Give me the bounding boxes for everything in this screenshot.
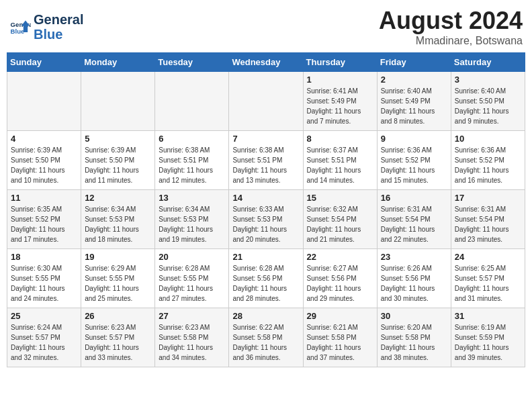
day-info: Sunrise: 6:25 AM Sunset: 5:57 PM Dayligh… xyxy=(455,263,521,304)
calendar-cell: 29Sunrise: 6:21 AM Sunset: 5:58 PM Dayli… xyxy=(303,308,377,367)
calendar-header-saturday: Saturday xyxy=(451,53,525,72)
title-block: August 2024 Mmadinare, Botswana xyxy=(379,7,523,47)
logo-icon: General Blue xyxy=(9,16,31,38)
day-info: Sunrise: 6:40 AM Sunset: 5:49 PM Dayligh… xyxy=(381,86,447,126)
calendar-cell: 25Sunrise: 6:24 AM Sunset: 5:57 PM Dayli… xyxy=(7,308,81,367)
day-number: 6 xyxy=(159,134,225,144)
day-info: Sunrise: 6:34 AM Sunset: 5:53 PM Dayligh… xyxy=(159,204,225,244)
day-number: 9 xyxy=(381,134,447,144)
calendar-cell: 15Sunrise: 6:32 AM Sunset: 5:54 PM Dayli… xyxy=(303,190,377,249)
day-info: Sunrise: 6:35 AM Sunset: 5:52 PM Dayligh… xyxy=(11,204,77,244)
day-number: 24 xyxy=(455,252,521,262)
day-info: Sunrise: 6:39 AM Sunset: 5:50 PM Dayligh… xyxy=(85,145,151,185)
day-number: 22 xyxy=(307,252,373,262)
day-number: 15 xyxy=(307,193,373,203)
calendar-cell: 21Sunrise: 6:28 AM Sunset: 5:56 PM Dayli… xyxy=(229,249,303,308)
calendar-cell: 5Sunrise: 6:39 AM Sunset: 5:50 PM Daylig… xyxy=(81,131,155,190)
day-info: Sunrise: 6:23 AM Sunset: 5:58 PM Dayligh… xyxy=(159,322,225,363)
calendar-header-wednesday: Wednesday xyxy=(229,53,303,72)
day-info: Sunrise: 6:28 AM Sunset: 5:55 PM Dayligh… xyxy=(159,263,225,304)
calendar-cell: 31Sunrise: 6:19 AM Sunset: 5:59 PM Dayli… xyxy=(451,308,525,367)
calendar-cell: 3Sunrise: 6:40 AM Sunset: 5:50 PM Daylig… xyxy=(451,72,525,131)
day-info: Sunrise: 6:20 AM Sunset: 5:58 PM Dayligh… xyxy=(381,322,447,363)
calendar-cell: 9Sunrise: 6:36 AM Sunset: 5:52 PM Daylig… xyxy=(377,131,451,190)
day-number: 7 xyxy=(232,134,299,144)
calendar-cell: 11Sunrise: 6:35 AM Sunset: 5:52 PM Dayli… xyxy=(7,190,81,249)
day-info: Sunrise: 6:41 AM Sunset: 5:49 PM Dayligh… xyxy=(307,86,373,126)
svg-text:Blue: Blue xyxy=(11,28,25,35)
calendar-header-sunday: Sunday xyxy=(7,53,81,72)
day-info: Sunrise: 6:32 AM Sunset: 5:54 PM Dayligh… xyxy=(307,204,373,244)
day-number: 8 xyxy=(307,134,373,144)
calendar-header-friday: Friday xyxy=(377,53,451,72)
calendar-cell: 23Sunrise: 6:26 AM Sunset: 5:56 PM Dayli… xyxy=(377,249,451,308)
day-info: Sunrise: 6:37 AM Sunset: 5:51 PM Dayligh… xyxy=(307,145,373,185)
day-number: 17 xyxy=(455,193,521,203)
day-info: Sunrise: 6:22 AM Sunset: 5:58 PM Dayligh… xyxy=(232,322,299,363)
day-info: Sunrise: 6:28 AM Sunset: 5:56 PM Dayligh… xyxy=(232,263,299,304)
day-info: Sunrise: 6:31 AM Sunset: 5:54 PM Dayligh… xyxy=(381,204,447,244)
day-number: 1 xyxy=(307,75,373,85)
day-number: 3 xyxy=(455,75,521,85)
day-info: Sunrise: 6:24 AM Sunset: 5:57 PM Dayligh… xyxy=(11,322,77,363)
day-info: Sunrise: 6:33 AM Sunset: 5:53 PM Dayligh… xyxy=(232,204,299,244)
calendar-cell: 28Sunrise: 6:22 AM Sunset: 5:58 PM Dayli… xyxy=(229,308,303,367)
calendar-table: SundayMondayTuesdayWednesdayThursdayFrid… xyxy=(7,52,525,367)
month-year-title: August 2024 xyxy=(379,7,523,35)
day-info: Sunrise: 6:31 AM Sunset: 5:54 PM Dayligh… xyxy=(455,204,521,244)
calendar-cell: 14Sunrise: 6:33 AM Sunset: 5:53 PM Dayli… xyxy=(229,190,303,249)
day-number: 5 xyxy=(85,134,151,144)
calendar-cell: 12Sunrise: 6:34 AM Sunset: 5:53 PM Dayli… xyxy=(81,190,155,249)
day-number: 19 xyxy=(85,252,151,262)
day-number: 12 xyxy=(85,193,151,203)
day-info: Sunrise: 6:27 AM Sunset: 5:56 PM Dayligh… xyxy=(307,263,373,304)
calendar-cell: 8Sunrise: 6:37 AM Sunset: 5:51 PM Daylig… xyxy=(303,131,377,190)
calendar-cell xyxy=(81,72,155,131)
day-number: 28 xyxy=(232,311,299,321)
day-number: 11 xyxy=(11,193,77,203)
calendar-cell: 24Sunrise: 6:25 AM Sunset: 5:57 PM Dayli… xyxy=(451,249,525,308)
day-number: 16 xyxy=(381,193,447,203)
day-info: Sunrise: 6:26 AM Sunset: 5:56 PM Dayligh… xyxy=(381,263,447,304)
day-info: Sunrise: 6:34 AM Sunset: 5:53 PM Dayligh… xyxy=(85,204,151,244)
calendar-cell: 17Sunrise: 6:31 AM Sunset: 5:54 PM Dayli… xyxy=(451,190,525,249)
calendar-cell: 19Sunrise: 6:29 AM Sunset: 5:55 PM Dayli… xyxy=(81,249,155,308)
day-number: 23 xyxy=(381,252,447,262)
page-header: General Blue General Blue August 2024 Mm… xyxy=(7,7,525,47)
calendar-cell: 20Sunrise: 6:28 AM Sunset: 5:55 PM Dayli… xyxy=(155,249,229,308)
day-number: 14 xyxy=(232,193,299,203)
calendar-cell: 18Sunrise: 6:30 AM Sunset: 5:55 PM Dayli… xyxy=(7,249,81,308)
day-info: Sunrise: 6:36 AM Sunset: 5:52 PM Dayligh… xyxy=(381,145,447,185)
day-number: 10 xyxy=(455,134,521,144)
day-info: Sunrise: 6:36 AM Sunset: 5:52 PM Dayligh… xyxy=(455,145,521,185)
day-info: Sunrise: 6:21 AM Sunset: 5:58 PM Dayligh… xyxy=(307,322,373,363)
calendar-header-thursday: Thursday xyxy=(303,53,377,72)
day-number: 13 xyxy=(159,193,225,203)
day-number: 18 xyxy=(11,252,77,262)
calendar-cell: 1Sunrise: 6:41 AM Sunset: 5:49 PM Daylig… xyxy=(303,72,377,131)
calendar-cell: 13Sunrise: 6:34 AM Sunset: 5:53 PM Dayli… xyxy=(155,190,229,249)
day-info: Sunrise: 6:38 AM Sunset: 5:51 PM Dayligh… xyxy=(159,145,225,185)
calendar-cell xyxy=(155,72,229,131)
day-number: 25 xyxy=(11,311,77,321)
location-subtitle: Mmadinare, Botswana xyxy=(379,35,523,47)
calendar-cell: 7Sunrise: 6:38 AM Sunset: 5:51 PM Daylig… xyxy=(229,131,303,190)
day-number: 20 xyxy=(159,252,225,262)
calendar-cell: 10Sunrise: 6:36 AM Sunset: 5:52 PM Dayli… xyxy=(451,131,525,190)
day-number: 31 xyxy=(455,311,521,321)
calendar-cell xyxy=(229,72,303,131)
calendar-cell: 27Sunrise: 6:23 AM Sunset: 5:58 PM Dayli… xyxy=(155,308,229,367)
logo-text: General Blue xyxy=(34,12,83,42)
calendar-cell: 6Sunrise: 6:38 AM Sunset: 5:51 PM Daylig… xyxy=(155,131,229,190)
day-info: Sunrise: 6:23 AM Sunset: 5:57 PM Dayligh… xyxy=(85,322,151,363)
day-number: 29 xyxy=(307,311,373,321)
calendar-cell: 2Sunrise: 6:40 AM Sunset: 5:49 PM Daylig… xyxy=(377,72,451,131)
day-number: 27 xyxy=(159,311,225,321)
day-number: 4 xyxy=(11,134,77,144)
day-info: Sunrise: 6:19 AM Sunset: 5:59 PM Dayligh… xyxy=(455,322,521,363)
day-number: 30 xyxy=(381,311,447,321)
calendar-header-tuesday: Tuesday xyxy=(155,53,229,72)
calendar-cell xyxy=(7,72,81,131)
calendar-header-monday: Monday xyxy=(81,53,155,72)
calendar-cell: 26Sunrise: 6:23 AM Sunset: 5:57 PM Dayli… xyxy=(81,308,155,367)
